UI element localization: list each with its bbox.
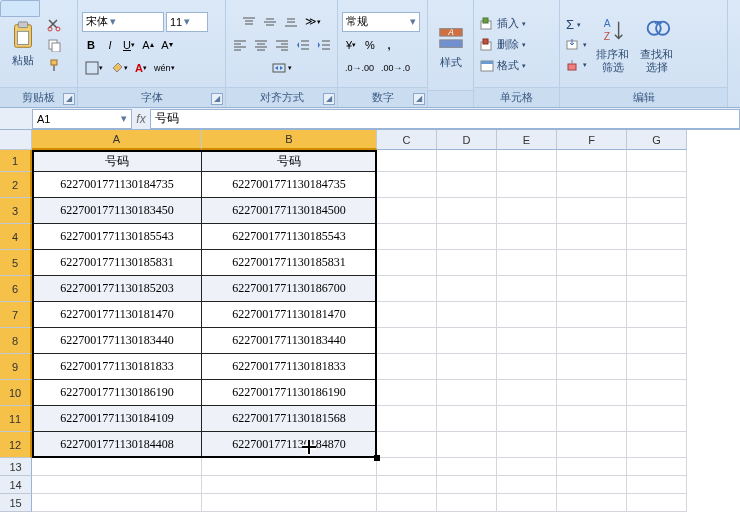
cell[interactable] (557, 172, 627, 198)
cell[interactable] (557, 250, 627, 276)
cell[interactable] (497, 494, 557, 512)
cut-button[interactable] (45, 16, 63, 34)
cell[interactable] (377, 150, 437, 172)
cell[interactable] (627, 250, 687, 276)
row-header-7[interactable]: 7 (0, 302, 32, 328)
cell[interactable]: 6227001771130186190 (32, 380, 202, 406)
cell[interactable]: 6227001771130181568 (202, 406, 377, 432)
cell[interactable] (437, 458, 497, 476)
cell[interactable]: 6227001771130185831 (202, 250, 377, 276)
cell[interactable] (202, 494, 377, 512)
row-header-8[interactable]: 8 (0, 328, 32, 354)
formula-input[interactable]: 号码 (150, 109, 740, 129)
cell[interactable] (497, 354, 557, 380)
cell[interactable] (377, 302, 437, 328)
row-header-3[interactable]: 3 (0, 198, 32, 224)
align-top-button[interactable] (239, 12, 259, 32)
sort-filter-button[interactable]: AZ 排序和 筛选 (592, 14, 633, 74)
format-painter-button[interactable] (45, 56, 63, 74)
cell[interactable] (557, 406, 627, 432)
cell[interactable] (377, 380, 437, 406)
decrease-decimal-button[interactable]: .00→.0 (378, 58, 413, 78)
column-header-F[interactable]: F (557, 130, 627, 150)
cell[interactable] (377, 476, 437, 494)
cell[interactable]: 6227001771130181833 (32, 354, 202, 380)
comma-button[interactable]: , (380, 35, 398, 55)
cell[interactable] (377, 432, 437, 458)
bold-button[interactable]: B (82, 35, 100, 55)
cell[interactable] (497, 276, 557, 302)
cell[interactable] (437, 494, 497, 512)
cell[interactable] (377, 494, 437, 512)
align-left-button[interactable] (230, 35, 250, 55)
increase-font-button[interactable]: A▴ (139, 35, 157, 55)
column-header-C[interactable]: C (377, 130, 437, 150)
cell[interactable] (497, 150, 557, 172)
row-header-5[interactable]: 5 (0, 250, 32, 276)
cell[interactable] (627, 276, 687, 302)
decrease-font-button[interactable]: A▾ (158, 35, 176, 55)
cell[interactable] (557, 302, 627, 328)
cell[interactable] (377, 328, 437, 354)
column-header-G[interactable]: G (627, 130, 687, 150)
row-header-9[interactable]: 9 (0, 354, 32, 380)
column-header-A[interactable]: A (32, 130, 202, 150)
font-launcher[interactable]: ◢ (211, 93, 223, 105)
cell[interactable]: 6227001771130183450 (32, 198, 202, 224)
cell[interactable] (497, 250, 557, 276)
cell[interactable]: 6227001771130184735 (202, 172, 377, 198)
cell[interactable]: 6227001771130185831 (32, 250, 202, 276)
cell[interactable] (497, 432, 557, 458)
cell[interactable] (627, 432, 687, 458)
cell[interactable]: 号码 (202, 150, 377, 172)
increase-indent-button[interactable] (314, 35, 334, 55)
row-header-11[interactable]: 11 (0, 406, 32, 432)
cell[interactable]: 6227001771130185543 (202, 224, 377, 250)
cell[interactable]: 6227001771130183440 (202, 328, 377, 354)
cell[interactable] (497, 172, 557, 198)
cell[interactable] (437, 476, 497, 494)
decrease-indent-button[interactable] (293, 35, 313, 55)
alignment-launcher[interactable]: ◢ (323, 93, 335, 105)
column-header-E[interactable]: E (497, 130, 557, 150)
insert-button[interactable]: 插入▾ (478, 15, 555, 32)
name-box[interactable]: A1▾ (32, 109, 132, 129)
fill-color-button[interactable]: ▾ (107, 58, 131, 78)
font-color-button[interactable]: A▾ (132, 58, 150, 78)
row-header-13[interactable]: 13 (0, 458, 32, 476)
cell[interactable] (377, 354, 437, 380)
fill-button[interactable]: ▾ (564, 37, 589, 53)
cell[interactable]: 6227001771130185543 (32, 224, 202, 250)
cell[interactable] (377, 406, 437, 432)
accounting-button[interactable]: ¥▾ (342, 35, 360, 55)
column-header-B[interactable]: B (202, 130, 377, 150)
underline-button[interactable]: U▾ (120, 35, 138, 55)
cell[interactable] (627, 476, 687, 494)
cell[interactable] (202, 476, 377, 494)
cell[interactable] (557, 354, 627, 380)
cell[interactable]: 号码 (32, 150, 202, 172)
cells-area[interactable]: 号码号码622700177113018473562270017711301847… (32, 150, 740, 512)
cell[interactable] (557, 224, 627, 250)
cell[interactable]: 6227001771130181833 (202, 354, 377, 380)
cell[interactable] (627, 380, 687, 406)
cell[interactable]: 6227001771130181470 (32, 302, 202, 328)
cell[interactable] (497, 406, 557, 432)
cell[interactable] (437, 198, 497, 224)
cell[interactable] (437, 354, 497, 380)
find-select-button[interactable]: 查找和 选择 (636, 14, 677, 74)
delete-button[interactable]: 删除▾ (478, 36, 555, 53)
cell[interactable] (377, 172, 437, 198)
cell[interactable] (557, 458, 627, 476)
cell[interactable] (627, 302, 687, 328)
cell[interactable]: 6227001771130184109 (32, 406, 202, 432)
cell[interactable] (437, 172, 497, 198)
align-middle-button[interactable] (260, 12, 280, 32)
cell[interactable] (377, 276, 437, 302)
cell[interactable] (557, 432, 627, 458)
cell[interactable] (437, 250, 497, 276)
cell[interactable] (627, 198, 687, 224)
column-header-D[interactable]: D (437, 130, 497, 150)
phonetic-button[interactable]: wén▾ (151, 58, 178, 78)
cell[interactable] (437, 224, 497, 250)
